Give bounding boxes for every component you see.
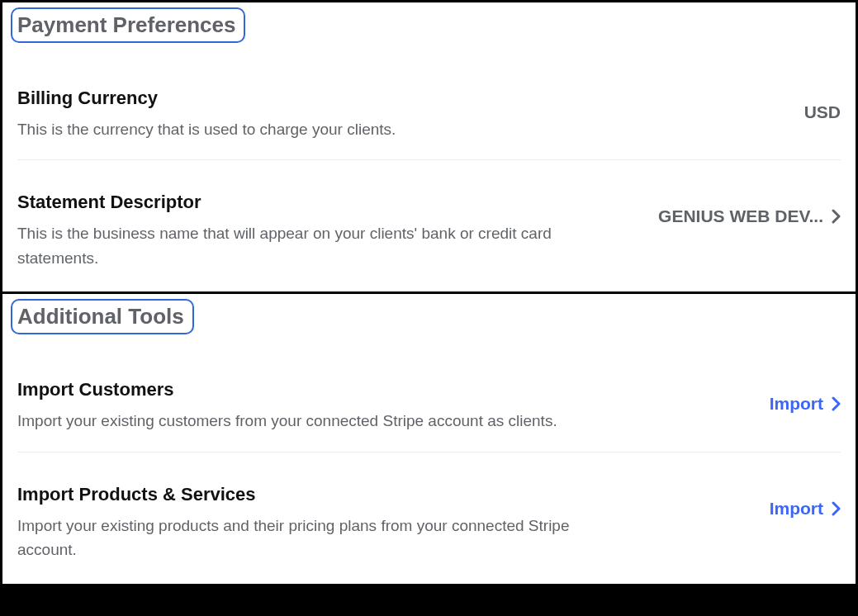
import-customers-text: Import Customers Import your existing cu… xyxy=(17,379,557,433)
import-customers-desc: Import your existing customers from your… xyxy=(17,409,557,433)
statement-descriptor-value: GENIUS WEB DEV... xyxy=(658,206,823,226)
import-products-desc: Import your existing products and their … xyxy=(17,514,610,562)
import-customers-action-wrap[interactable]: Import xyxy=(770,379,841,414)
payment-preferences-rows: Billing Currency This is the currency th… xyxy=(2,43,856,288)
statement-descriptor-text: Statement Descriptor This is the busines… xyxy=(17,192,610,270)
billing-currency-value: USD xyxy=(804,102,841,122)
chevron-right-icon xyxy=(832,501,841,516)
additional-tools-heading: Additional Tools xyxy=(11,299,194,334)
import-customers-action[interactable]: Import xyxy=(770,394,823,414)
import-products-title: Import Products & Services xyxy=(17,484,610,505)
billing-currency-row: Billing Currency This is the currency th… xyxy=(17,50,841,159)
statement-descriptor-value-wrap[interactable]: GENIUS WEB DEV... xyxy=(658,192,841,226)
statement-descriptor-row[interactable]: Statement Descriptor This is the busines… xyxy=(17,159,841,288)
chevron-right-icon xyxy=(832,209,841,224)
import-products-text: Import Products & Services Import your e… xyxy=(17,484,610,562)
import-customers-row[interactable]: Import Customers Import your existing cu… xyxy=(17,341,841,451)
statement-descriptor-desc: This is the business name that will appe… xyxy=(17,221,610,270)
billing-currency-desc: This is the currency that is used to cha… xyxy=(17,117,396,141)
import-products-action-wrap[interactable]: Import xyxy=(770,484,841,519)
statement-descriptor-title: Statement Descriptor xyxy=(17,192,610,213)
import-customers-title: Import Customers xyxy=(17,379,557,400)
additional-tools-panel: Additional Tools Import Customers Import… xyxy=(0,294,858,585)
import-products-row[interactable]: Import Products & Services Import your e… xyxy=(17,452,841,580)
billing-currency-title: Billing Currency xyxy=(17,88,396,109)
billing-currency-value-wrap: USD xyxy=(804,88,841,122)
payment-preferences-heading: Payment Preferences xyxy=(11,7,245,43)
chevron-right-icon xyxy=(832,396,841,411)
import-products-action[interactable]: Import xyxy=(770,499,823,519)
additional-tools-rows: Import Customers Import your existing cu… xyxy=(2,334,856,580)
payment-preferences-panel: Payment Preferences Billing Currency Thi… xyxy=(0,0,858,294)
billing-currency-text: Billing Currency This is the currency th… xyxy=(17,88,396,141)
